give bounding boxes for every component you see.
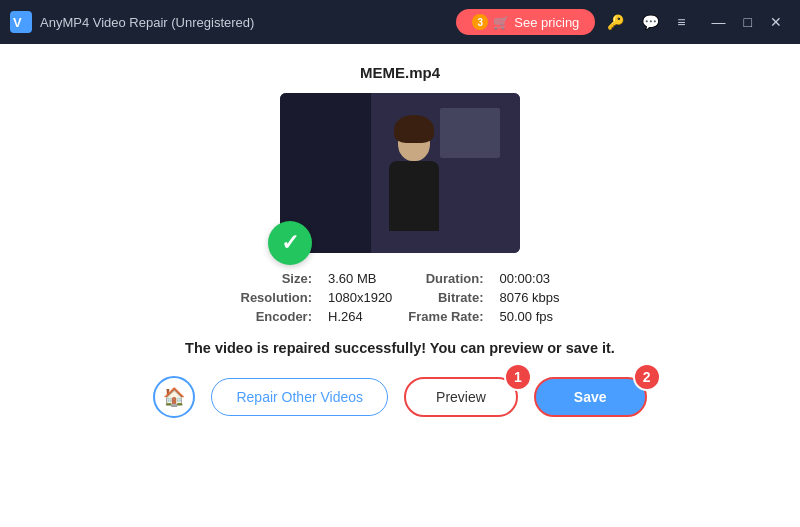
background-element [440,108,500,158]
bottom-actions: 🏠 Repair Other Videos Preview 1 Save 2 [153,376,646,418]
video-preview-container: ✓ [280,93,520,253]
size-label: Size: [241,271,313,286]
info-grid: Size: 3.60 MB Duration: 00:00:03 Resolut… [241,271,560,324]
cart-icon: 🛒 [493,15,509,30]
success-text: The video is repaired successfully! You … [185,340,615,356]
see-pricing-label: See pricing [514,15,579,30]
save-button[interactable]: Save [534,377,647,417]
svg-text:V: V [13,15,22,30]
maximize-button[interactable]: □ [736,10,760,34]
pricing-badge: 3 [472,14,488,30]
person-head [398,123,430,161]
home-icon: 🏠 [163,386,185,408]
resolution-label: Resolution: [241,290,313,305]
app-logo: V [10,11,32,33]
encoder-label: Encoder: [241,309,313,324]
framerate-value: 50.00 fps [499,309,559,324]
duration-value: 00:00:03 [499,271,559,286]
see-pricing-button[interactable]: 3 🛒 See pricing [456,9,595,35]
app-title: AnyMP4 Video Repair (Unregistered) [40,15,456,30]
save-badge-number: 2 [633,363,661,391]
success-message: The video is repaired successfully! You … [185,340,615,356]
video-preview-frame [280,93,520,253]
video-filename: MEME.mp4 [360,64,440,81]
framerate-label: Frame Rate: [408,309,483,324]
person-silhouette [379,123,449,253]
preview-badge-number: 1 [504,363,532,391]
person-body [389,161,439,231]
repair-other-videos-button[interactable]: Repair Other Videos [211,378,388,416]
person-hair [394,115,434,143]
home-button[interactable]: 🏠 [153,376,195,418]
window-controls: — □ ✕ [704,10,790,34]
minimize-button[interactable]: — [704,10,734,34]
title-bar-actions: 3 🛒 See pricing 🔑 💬 ≡ — □ ✕ [456,9,790,35]
key-icon-button[interactable]: 🔑 [601,10,630,34]
duration-label: Duration: [408,271,483,286]
bitrate-label: Bitrate: [408,290,483,305]
video-content [280,93,520,253]
title-bar: V AnyMP4 Video Repair (Unregistered) 3 🛒… [0,0,800,44]
bitrate-value: 8076 kbps [499,290,559,305]
chat-icon-button[interactable]: 💬 [636,10,665,34]
close-button[interactable]: ✕ [762,10,790,34]
menu-icon-button[interactable]: ≡ [671,10,691,34]
save-button-wrapper: Save 2 [534,377,647,417]
size-value: 3.60 MB [328,271,392,286]
check-circle-icon: ✓ [268,221,312,265]
preview-button[interactable]: Preview [404,377,518,417]
preview-button-wrapper: Preview 1 [404,377,518,417]
resolution-value: 1080x1920 [328,290,392,305]
encoder-value: H.264 [328,309,392,324]
main-content: MEME.mp4 ✓ Size: 3.60 MB Duration: [0,44,800,527]
